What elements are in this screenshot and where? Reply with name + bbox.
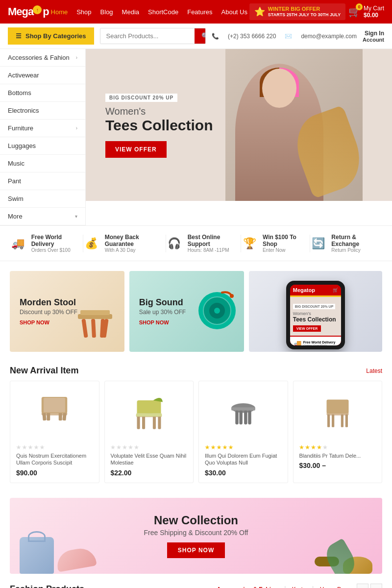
- secondary-navigation: ☰ Shop By Categories 🔍 📞 (+2) 353 6666 2…: [0, 24, 392, 49]
- svg-point-10: [230, 294, 234, 298]
- logo-text: Mega: [8, 5, 33, 18]
- promo-cards-section: Morden Stool Discount up 30% OFF SHOP NO…: [0, 261, 392, 357]
- prev-arrow-button[interactable]: ‹: [357, 584, 368, 588]
- banner-bag-image: [20, 537, 54, 574]
- feature-return: 🔄 Return & Exchange Return Policy: [310, 234, 382, 253]
- sign-in-button[interactable]: Sign In Account: [363, 30, 384, 43]
- delivery-icon: 🚚: [10, 235, 26, 252]
- phone-badge: BIG DISCOUNT 20% UP: [293, 304, 336, 309]
- nav-media[interactable]: Media: [122, 8, 139, 16]
- phone-delivery: 🚚 Free World Delivery Orders Over $100: [290, 337, 341, 345]
- feature-moneyback-text: Money Back Guarantee With A 30 Day: [105, 234, 166, 253]
- star-1: [205, 445, 210, 450]
- next-arrow-button[interactable]: ›: [370, 584, 382, 588]
- phone-hero-area: BIG DISCOUNT 20% UP Women's Tees Collect…: [290, 297, 341, 336]
- hero-background: [225, 49, 363, 201]
- chevron-down-icon: ▾: [75, 214, 77, 219]
- tab-home-decor[interactable]: Home Decor: [320, 586, 353, 588]
- star-1: [111, 445, 116, 450]
- star-2: [117, 445, 122, 450]
- nav-blog[interactable]: Blog: [100, 8, 113, 16]
- phone-title: Tees Collection: [293, 316, 338, 323]
- phone-delivery-icon: 🚚: [293, 340, 301, 345]
- svg-rect-36: [326, 399, 348, 414]
- product-name-4: Blanditiis Pr Tatum Dele...: [299, 452, 376, 459]
- search-input[interactable]: [100, 28, 195, 44]
- sidebar-item-activewear[interactable]: Activewear: [0, 67, 85, 84]
- chair2-svg: [132, 392, 166, 436]
- fashion-products-header: Fashion Products Accessories & Fahion | …: [10, 584, 382, 588]
- hero-view-offer-button[interactable]: VIEW OFFER: [105, 141, 167, 158]
- main-nav-links: Home Shop Blog Media ShortCode Features …: [51, 8, 247, 16]
- nav-home[interactable]: Home: [51, 8, 68, 16]
- fashion-tabs: Accessories & Fahion | Kurta | Home Deco…: [217, 585, 353, 588]
- banner-right-products: [315, 557, 372, 574]
- sidebar-item-swim[interactable]: Swim: [0, 190, 85, 208]
- svg-rect-32: [327, 414, 330, 427]
- features-bar: 🚚 Free World Delivery Orders Over $100 💰…: [0, 225, 392, 261]
- new-arrivals-title: New Arrival Item: [10, 366, 78, 376]
- product-card-1: Quis Nostrum Exercitationem Ullam Corpor…: [10, 381, 99, 483]
- cart-label: My Cart: [364, 5, 384, 12]
- product-price-1: $90.00: [16, 469, 93, 477]
- cart-area[interactable]: 🛒 0 My Cart $0.00: [347, 5, 384, 19]
- speaker-image: [195, 289, 239, 335]
- svg-rect-28: [239, 411, 243, 424]
- latest-link[interactable]: Latest: [366, 368, 382, 374]
- svg-rect-27: [235, 411, 239, 424]
- nav-shortcode[interactable]: ShortCode: [148, 8, 178, 16]
- tab-accessories[interactable]: Accessories & Fahion: [217, 586, 278, 588]
- sidebar-item-music[interactable]: Music: [0, 155, 85, 172]
- phone-device: Megatop 🛒 BIG DISCOUNT 20% UP Women's Te…: [286, 281, 345, 349]
- feature-return-text: Return & Exchange Return Policy: [331, 234, 382, 253]
- star-2: [22, 445, 27, 450]
- phone-screen: Megatop 🛒 BIG DISCOUNT 20% UP Women's Te…: [290, 285, 341, 345]
- svg-rect-24: [136, 413, 162, 416]
- svg-rect-35: [341, 414, 343, 427]
- search-button[interactable]: 🔍: [195, 28, 206, 44]
- brand-logo[interactable]: Mega p: [8, 5, 49, 18]
- sidebar: Accessories & Fahion › Activewear Bottom…: [0, 49, 86, 225]
- product-image-2: [111, 387, 188, 441]
- phone-icon: 📞: [212, 33, 219, 40]
- banner-center-content: New Collection Free Shipping & Discount …: [144, 514, 248, 558]
- svg-rect-26: [231, 407, 255, 411]
- shop-categories-button[interactable]: ☰ Shop By Categories: [8, 27, 94, 45]
- star-4: [34, 445, 39, 450]
- tab-kurta[interactable]: Kurta: [292, 586, 306, 588]
- account-label: Account: [363, 37, 384, 43]
- offer-text: WINTER BIG OFFER STARTS 25TH JULY TO 30T…: [268, 5, 341, 18]
- money-back-icon: 💰: [83, 235, 100, 252]
- star-4: [222, 445, 227, 450]
- star-1: [299, 445, 304, 450]
- sidebar-item-accessories[interactable]: Accessories & Fahion ›: [0, 49, 85, 67]
- product-image-1: [16, 387, 93, 441]
- feature-delivery: 🚚 Free World Delivery Orders Over $100: [10, 234, 83, 253]
- svg-point-9: [214, 308, 220, 314]
- chevron-right-icon2: ›: [76, 125, 77, 131]
- product-name-3: Illum Qui Dolorem Eum Fugiat Quo Volupta…: [205, 452, 282, 466]
- hero-banner: BIG DISCOUNT 20% UP Women's Tees Collect…: [86, 49, 392, 201]
- product-price-3: $30.00: [205, 469, 282, 477]
- sidebar-item-furniture[interactable]: Furniture ›: [0, 120, 85, 137]
- product-card-2: Voluptate Velit Esse Quam Nihil Molestia…: [104, 381, 194, 483]
- product-stars-1: [16, 445, 93, 450]
- chevron-right-icon: ›: [76, 55, 77, 60]
- sidebar-item-electronics[interactable]: Electronics: [0, 102, 85, 120]
- svg-rect-30: [248, 411, 251, 424]
- phone-delivery-text: Free World Delivery Orders Over $100: [303, 341, 336, 345]
- chair4-svg: [323, 393, 352, 435]
- email-address: demo@example.com: [301, 33, 357, 40]
- new-arrivals-grid: Quis Nostrum Exercitationem Ullam Corpor…: [0, 381, 392, 493]
- product-stars-2: [111, 445, 188, 450]
- sidebar-item-bottoms[interactable]: Bottoms: [0, 84, 85, 102]
- banner-shop-button[interactable]: SHOP NOW: [167, 542, 225, 558]
- sidebar-item-pant[interactable]: Pant: [0, 172, 85, 190]
- nav-shop[interactable]: Shop: [76, 8, 91, 16]
- nav-features[interactable]: Features: [187, 8, 212, 16]
- sidebar-item-luggages[interactable]: Luggages: [0, 137, 85, 155]
- phone-delivery-subtitle: Orders Over $100: [303, 344, 336, 345]
- nav-about[interactable]: About Us: [221, 8, 247, 16]
- sidebar-item-more[interactable]: More ▾: [0, 208, 85, 225]
- feature-support-text: Best Online Support Hours: 8AM -11PM: [188, 234, 241, 253]
